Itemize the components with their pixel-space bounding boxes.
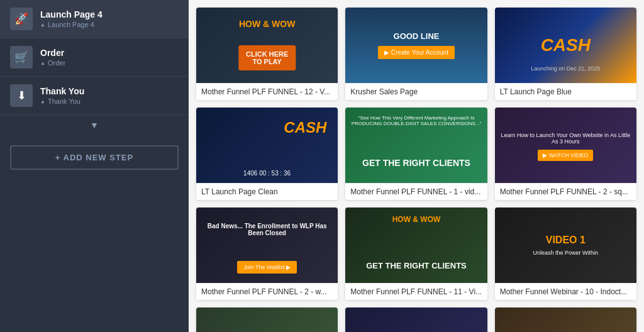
- template-thumbnail-bottom2: [345, 307, 487, 332]
- template-thumbnail-howwow2: [345, 208, 487, 283]
- template-card-bottom2[interactable]: Mother Funnel Secrets ...: [345, 307, 487, 332]
- template-label-sq: Mother Funnel PLF FUNNEL - 2 - sq...: [495, 183, 636, 200]
- sidebar-item-launch-page-4[interactable]: 🚀 Launch Page 4 Launch Page 4: [0, 0, 189, 38]
- template-label-badnews: Mother Funnel PLF FUNNEL - 2 - w...: [196, 283, 338, 300]
- template-thumbnail-plf12: [196, 8, 338, 83]
- template-card-lt-clean[interactable]: LT Launch Page Clean: [196, 108, 338, 200]
- rocket-icon: 🚀: [10, 8, 33, 30]
- sidebar-item-thank-you[interactable]: ⬇ Thank You Thank You: [0, 77, 189, 115]
- template-thumbnail-webinar: [495, 208, 636, 283]
- template-card-bottom3[interactable]: ...: [495, 307, 636, 332]
- main-content: Mother Funnel PLF FUNNEL - 12 - V...Krus…: [189, 0, 644, 332]
- template-label-krusher: Krusher Sales Page: [345, 83, 487, 100]
- template-thumbnail-sq: [495, 108, 636, 183]
- add-step-button[interactable]: + ADD NEW STEP: [10, 145, 179, 170]
- template-thumbnail-krusher: [345, 8, 487, 83]
- template-thumbnail-bottom1: [196, 307, 338, 332]
- template-label-lt-blue: LT Launch Page Blue: [495, 83, 636, 100]
- template-label-howwow2: Mother Funnel PLF FUNNEL - 11 - Vi...: [345, 283, 487, 300]
- template-label-lt-clean: LT Launch Page Clean: [196, 183, 338, 200]
- template-card-getright[interactable]: Mother Funnel PLF FUNNEL - 1 - vid...: [345, 108, 487, 200]
- template-card-krusher[interactable]: Krusher Sales Page: [345, 8, 487, 100]
- sidebar-item-thank-you-sub: Thank You: [40, 97, 84, 105]
- template-thumbnail-lt-blue: [495, 8, 636, 83]
- sidebar-item-order-sub: Order: [40, 59, 65, 67]
- sidebar-item-order-title: Order: [40, 48, 65, 58]
- sidebar-item-launch-page-4-sub: Launch Page 4: [40, 21, 103, 28]
- sidebar-item-launch-page-4-title: Launch Page 4: [40, 9, 103, 19]
- template-card-bottom1[interactable]: Mother Funnel ...: [196, 307, 338, 332]
- template-thumbnail-getright: [345, 108, 487, 183]
- template-card-lt-blue[interactable]: LT Launch Page Blue: [495, 8, 636, 100]
- template-label-webinar: Mother Funnel Webinar - 10 - Indoct...: [495, 283, 636, 300]
- template-card-webinar[interactable]: Mother Funnel Webinar - 10 - Indoct...: [495, 208, 636, 300]
- template-card-howwow2[interactable]: Mother Funnel PLF FUNNEL - 11 - Vi...: [345, 208, 487, 300]
- sidebar: 🚀 Launch Page 4 Launch Page 4 🛒 Order Or…: [0, 0, 189, 332]
- template-thumbnail-bottom3: [495, 307, 636, 332]
- sidebar-item-thank-you-title: Thank You: [40, 86, 84, 96]
- template-thumbnail-badnews: [196, 208, 338, 283]
- template-card-badnews[interactable]: Mother Funnel PLF FUNNEL - 2 - w...: [196, 208, 338, 300]
- template-card-plf12[interactable]: Mother Funnel PLF FUNNEL - 12 - V...: [196, 8, 338, 100]
- cart-icon: 🛒: [10, 46, 33, 69]
- template-label-getright: Mother Funnel PLF FUNNEL - 1 - vid...: [345, 183, 487, 200]
- template-grid: Mother Funnel PLF FUNNEL - 12 - V...Krus…: [196, 8, 636, 332]
- download-icon: ⬇: [10, 84, 33, 107]
- sidebar-item-order[interactable]: 🛒 Order Order: [0, 38, 189, 77]
- template-label-plf12: Mother Funnel PLF FUNNEL - 12 - V...: [196, 83, 338, 100]
- template-card-sq[interactable]: Mother Funnel PLF FUNNEL - 2 - sq...: [495, 108, 636, 200]
- sidebar-arrow: ▼: [90, 120, 99, 130]
- template-thumbnail-lt-clean: [196, 108, 338, 183]
